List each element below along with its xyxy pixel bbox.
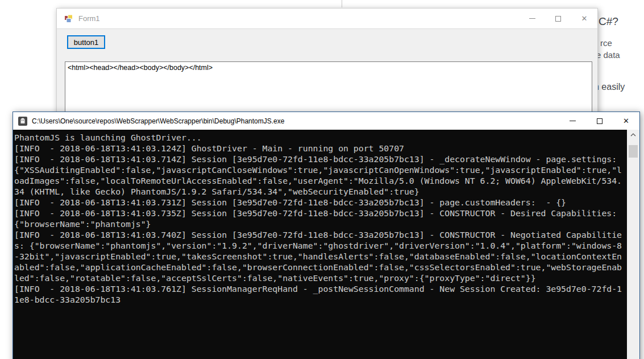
close-button[interactable]: ✕ (571, 9, 597, 28)
background-page-title-fragment: C#? (599, 15, 618, 28)
minimize-button[interactable] (519, 9, 545, 28)
console-scrollbar[interactable] (627, 130, 639, 359)
minimize-icon (570, 121, 576, 121)
maximize-button[interactable] (545, 9, 571, 28)
background-text-fragment: e data (596, 50, 620, 60)
minimize-icon (529, 18, 535, 19)
scroll-up-icon[interactable] (627, 130, 639, 140)
maximize-button[interactable] (586, 112, 613, 130)
console-window-controls: ✕ (559, 112, 639, 130)
phantomjs-ghost-icon (18, 117, 27, 126)
console-content-area: PhantomJS is launching GhostDriver... [I… (13, 130, 639, 359)
form1-window-title: Form1 (78, 14, 519, 23)
console-titlebar[interactable]: C:\Users\One\source\repos\WebScrapper\We… (13, 112, 639, 130)
background-text-fragment: n easily (594, 82, 625, 92)
phantomjs-console-window: C:\Users\One\source\repos\WebScrapper\We… (13, 112, 640, 359)
form1-titlebar[interactable]: Form1 ✕ (57, 9, 597, 29)
background-text-fragment: rce (600, 38, 612, 48)
button1[interactable]: button1 (67, 35, 105, 49)
console-window-title: C:\Users\One\source\repos\WebScrapper\We… (32, 117, 559, 125)
maximize-icon (597, 118, 603, 124)
close-icon: ✕ (623, 117, 629, 125)
close-button[interactable]: ✕ (613, 112, 639, 130)
scrollbar-thumb[interactable] (629, 145, 638, 158)
console-log-output[interactable]: PhantomJS is launching GhostDriver... [I… (13, 130, 627, 359)
minimize-button[interactable] (559, 112, 586, 130)
form1-window-controls: ✕ (519, 9, 597, 28)
maximize-icon (555, 16, 561, 22)
winforms-app-icon (64, 14, 73, 23)
close-icon: ✕ (581, 14, 588, 23)
background-divider-line (342, 0, 342, 7)
